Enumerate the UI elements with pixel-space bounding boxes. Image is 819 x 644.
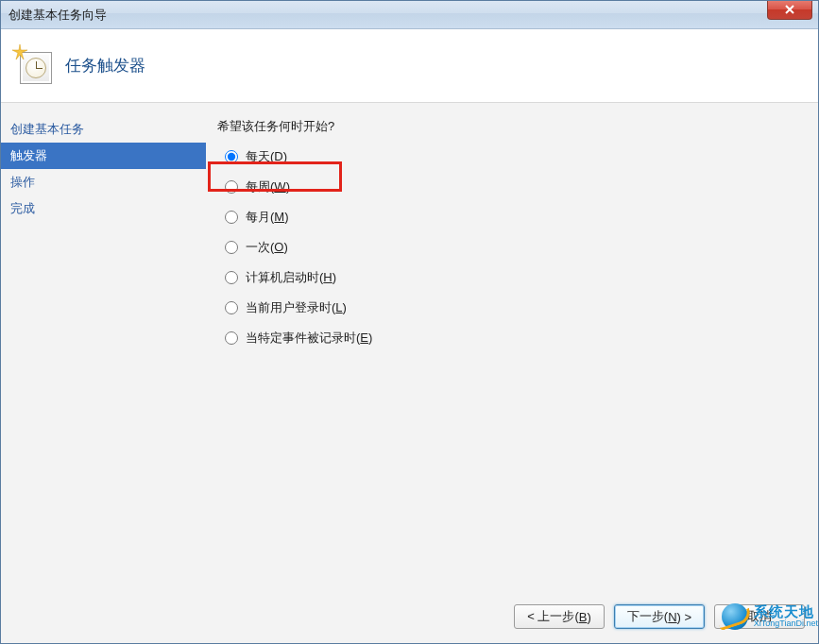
wizard-content: 希望该任务何时开始? 每天(D) 每周(W) 每月(M) 一次(O) [206,103,818,590]
page-title: 任务触发器 [65,55,145,76]
wizard-steps-sidebar: 创建基本任务 触发器 操作 完成 [1,103,206,590]
radio-daily[interactable] [225,150,238,163]
close-button[interactable] [767,1,812,20]
task-scheduler-icon [16,48,52,84]
wizard-header: 任务触发器 [1,29,818,103]
option-daily-label: 每天(D) [246,148,287,165]
next-button[interactable]: 下一步(N) > [614,604,705,629]
trigger-options: 每天(D) 每周(W) 每月(M) 一次(O) 计算机启动时(H) [225,148,803,347]
radio-at-startup[interactable] [225,271,238,284]
option-on-event-label: 当特定事件被记录时(E) [246,330,372,347]
option-weekly-label: 每周(W) [246,178,290,195]
back-button[interactable]: < 上一步(B) [514,604,605,629]
option-daily[interactable]: 每天(D) [225,148,803,165]
cancel-button[interactable]: 取消 [714,604,805,629]
titlebar: 创建基本任务向导 [1,1,818,29]
radio-once[interactable] [225,241,238,254]
step-action[interactable]: 操作 [1,169,206,195]
step-trigger[interactable]: 触发器 [1,143,206,169]
option-once-label: 一次(O) [246,239,288,256]
close-icon [784,5,795,14]
option-on-event[interactable]: 当特定事件被记录时(E) [225,330,803,347]
option-at-logon-label: 当前用户登录时(L) [246,299,347,316]
step-finish[interactable]: 完成 [1,195,206,222]
radio-at-logon[interactable] [225,301,238,314]
option-monthly[interactable]: 每月(M) [225,209,803,226]
option-monthly-label: 每月(M) [246,209,289,226]
wizard-footer: < 上一步(B) 下一步(N) > 取消 [1,590,818,643]
trigger-prompt: 希望该任务何时开始? [217,118,803,135]
wizard-window: 创建基本任务向导 任务触发器 创建基本任务 触发器 操作 完成 [0,0,819,644]
option-weekly[interactable]: 每周(W) [225,178,803,195]
option-at-logon[interactable]: 当前用户登录时(L) [225,299,803,316]
window-title: 创建基本任务向导 [9,7,107,24]
step-create-basic-task[interactable]: 创建基本任务 [1,116,206,143]
wizard-body: 创建基本任务 触发器 操作 完成 希望该任务何时开始? 每天(D) 每周(W) … [1,103,818,590]
option-at-startup[interactable]: 计算机启动时(H) [225,269,803,286]
option-at-startup-label: 计算机启动时(H) [246,269,336,286]
option-once[interactable]: 一次(O) [225,239,803,256]
radio-monthly[interactable] [225,211,238,224]
radio-on-event[interactable] [225,331,238,345]
radio-weekly[interactable] [225,180,238,194]
